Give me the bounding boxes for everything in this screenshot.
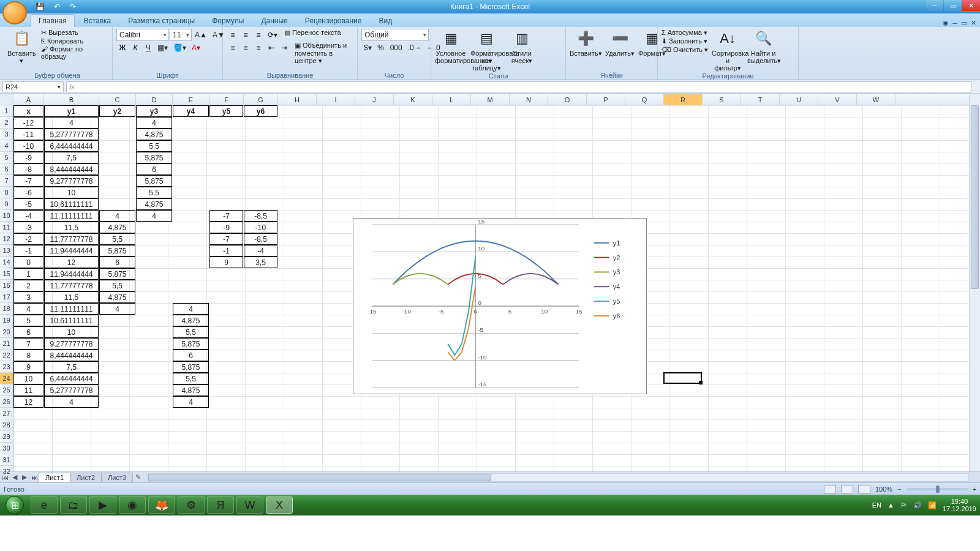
cell-A3[interactable]: -11 [13, 129, 43, 140]
fill-button[interactable]: ⬇ Заполнить ▾ [662, 37, 708, 45]
cell-B8[interactable]: 10 [44, 187, 99, 198]
cell-C14[interactable]: 6 [99, 257, 135, 268]
qat-save[interactable]: 💾 [33, 1, 47, 13]
cell-A16[interactable]: 2 [13, 280, 43, 291]
row-header-26[interactable]: 26 [0, 396, 13, 408]
cell-A15[interactable]: 1 [13, 268, 43, 280]
cell-A4[interactable]: -10 [13, 140, 43, 152]
orientation-icon[interactable]: ⟳▾ [265, 29, 280, 41]
start-button[interactable]: ⊞ [0, 495, 29, 515]
cell-B21[interactable]: 9,277777778 [44, 338, 99, 350]
cell-B13[interactable]: 11,94444444 [44, 245, 99, 257]
sheet-nav-last[interactable]: ⏭ [29, 474, 39, 481]
col-header-M[interactable]: M [471, 94, 510, 105]
cell-B14[interactable]: 12 [44, 257, 99, 268]
cell-C17[interactable]: 4,875 [99, 291, 135, 303]
sheet-tab-Лист1[interactable]: Лист1 [39, 473, 70, 482]
cell-D7[interactable]: 5,875 [136, 175, 172, 187]
task-word-icon[interactable]: W [236, 497, 263, 514]
cell-E18[interactable]: 4 [173, 303, 209, 315]
cell-F12[interactable]: -7 [209, 233, 243, 245]
wrap-text-button[interactable]: ▤ Перенос текста [284, 29, 341, 41]
cond-format-button[interactable]: ▦Условное форматирование▾ [435, 29, 467, 64]
cell-E20[interactable]: 5,5 [173, 326, 209, 338]
row-header-24[interactable]: 24 [0, 373, 13, 384]
view-normal-icon[interactable] [824, 485, 836, 493]
col-header-W[interactable]: W [857, 94, 895, 105]
h-scroll-thumb[interactable] [148, 474, 491, 481]
close-button[interactable]: ✕ [962, 0, 980, 11]
row-header-25[interactable]: 25 [0, 384, 13, 396]
indent-inc-icon[interactable]: ⇥ [278, 42, 290, 54]
cell-G11[interactable]: -10 [244, 222, 277, 233]
col-header-B[interactable]: B [44, 94, 99, 105]
delete-cells-button[interactable]: ➖Удалить▾ [605, 29, 635, 57]
cell-B26[interactable]: 4 [44, 396, 99, 408]
row-header-12[interactable]: 12 [0, 233, 13, 245]
row-header-30[interactable]: 30 [0, 443, 13, 454]
tray-volume-icon[interactable]: 🔊 [913, 501, 922, 509]
insert-cells-button[interactable]: ➕Вставить▾ [570, 29, 601, 57]
row-header-1[interactable]: 1 [0, 105, 13, 117]
format-table-button[interactable]: ▤Форматировать как таблицу▾ [470, 29, 502, 72]
tab-Разметка страницы[interactable]: Разметка страницы [120, 14, 203, 27]
fill-color-icon[interactable]: 🪣▾ [171, 42, 189, 54]
row-header-13[interactable]: 13 [0, 245, 13, 257]
cell-A25[interactable]: 11 [13, 384, 43, 396]
cell-A26[interactable]: 12 [13, 396, 43, 408]
cell-D3[interactable]: 4,875 [136, 129, 172, 140]
cell-B23[interactable]: 7,5 [44, 361, 99, 373]
cell-A11[interactable]: -3 [13, 222, 43, 233]
sheet-tab-Лист2[interactable]: Лист2 [70, 473, 102, 482]
border-icon[interactable]: ▦▾ [155, 42, 170, 54]
currency-icon[interactable]: $▾ [361, 42, 374, 54]
cell-A6[interactable]: -8 [13, 163, 43, 175]
col-header-T[interactable]: T [741, 94, 780, 105]
row-header-29[interactable]: 29 [0, 431, 13, 443]
cell-B20[interactable]: 10 [44, 326, 99, 338]
col-header-G[interactable]: G [244, 94, 278, 105]
cell-E19[interactable]: 4,875 [173, 315, 209, 326]
align-left-icon[interactable]: ≡ [227, 42, 239, 54]
row-header-8[interactable]: 8 [0, 187, 13, 198]
align-bot-icon[interactable]: ≡ [252, 29, 265, 41]
task-media-icon[interactable]: ▶ [89, 497, 116, 514]
sort-filter-button[interactable]: A↓Сортировка и фильтр▾ [712, 29, 744, 72]
tab-Вставка[interactable]: Вставка [76, 14, 119, 27]
cell-A17[interactable]: 3 [13, 291, 43, 303]
cell-D6[interactable]: 6 [136, 163, 172, 175]
cell-C11[interactable]: 4,875 [99, 222, 135, 233]
row-header-19[interactable]: 19 [0, 315, 13, 326]
col-header-P[interactable]: P [587, 94, 625, 105]
zoom-out-icon[interactable]: − [897, 485, 901, 493]
v-scroll-thumb[interactable] [971, 105, 979, 289]
help-icon[interactable]: ◉ [943, 19, 949, 27]
col-header-L[interactable]: L [432, 94, 471, 105]
cell-B16[interactable]: 11,77777778 [44, 280, 99, 291]
grow-font-icon[interactable]: A▲ [192, 29, 209, 41]
cell-D2[interactable]: 4 [136, 117, 172, 129]
align-top-icon[interactable]: ≡ [227, 29, 239, 41]
cell-B25[interactable]: 5,277777778 [44, 384, 99, 396]
ribbon-restore-icon[interactable]: ▭ [961, 19, 967, 27]
cell-G14[interactable]: 3,5 [244, 257, 277, 268]
sheet-nav-next[interactable]: ▶ [20, 473, 29, 481]
row-header-28[interactable]: 28 [0, 419, 13, 431]
cell-F13[interactable]: -1 [209, 245, 243, 257]
cell-A9[interactable]: -5 [13, 198, 43, 210]
tab-Рецензирование[interactable]: Рецензирование [297, 14, 370, 27]
qat-undo[interactable]: ↶ [51, 1, 63, 13]
col-header-F[interactable]: F [209, 94, 244, 105]
cell-E1[interactable]: y4 [173, 105, 209, 117]
cell-B1[interactable]: y1 [44, 105, 99, 117]
col-header-C[interactable]: C [99, 94, 136, 105]
row-header-23[interactable]: 23 [0, 361, 13, 373]
col-header-H[interactable]: H [278, 94, 317, 105]
row-header-2[interactable]: 2 [0, 117, 13, 129]
cell-B12[interactable]: 11,77777778 [44, 233, 99, 245]
cell-A12[interactable]: -2 [13, 233, 43, 245]
row-header-21[interactable]: 21 [0, 338, 13, 350]
row-header-9[interactable]: 9 [0, 198, 13, 210]
cell-C10[interactable]: 4 [99, 210, 135, 222]
cell-E26[interactable]: 4 [173, 396, 209, 408]
